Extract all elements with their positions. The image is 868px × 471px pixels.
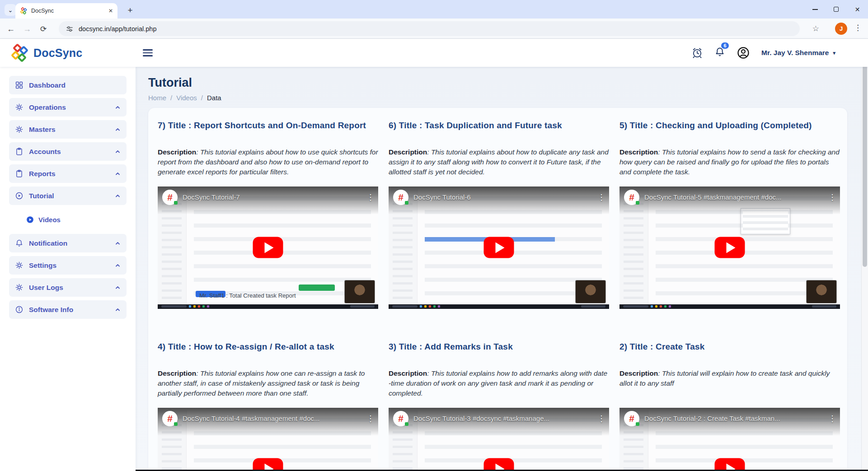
page-title: Tutorial bbox=[148, 76, 854, 90]
close-button[interactable]: ✕ bbox=[847, 0, 868, 19]
sidebar-item-masters[interactable]: Masters bbox=[9, 120, 127, 139]
youtube-player[interactable]: #DocSync Tutorial-4 #taskmanagement #doc… bbox=[158, 408, 378, 471]
webcam-overlay bbox=[576, 280, 605, 303]
gear-icon bbox=[15, 261, 23, 270]
youtube-player[interactable]: #DocSync Tutorial-2 : Create Task #taskm… bbox=[619, 408, 840, 471]
player-video-title[interactable]: DocSync Tutorial-7 bbox=[183, 193, 240, 201]
breadcrumb-videos-link[interactable]: Videos bbox=[176, 94, 197, 102]
player-more-button[interactable]: ⋮ bbox=[597, 414, 605, 424]
tab-search-button[interactable]: ⌄ bbox=[5, 4, 16, 16]
chevron-up-icon bbox=[115, 104, 121, 110]
gear-icon bbox=[15, 125, 23, 134]
maximize-button[interactable] bbox=[826, 0, 847, 19]
description-label: Description bbox=[158, 148, 196, 156]
user-avatar-icon[interactable] bbox=[737, 46, 750, 60]
sidebar-item-user-logs[interactable]: User Logs bbox=[9, 278, 127, 297]
back-button[interactable]: ← bbox=[5, 23, 17, 35]
player-video-title[interactable]: DocSync Tutorial-6 bbox=[413, 193, 471, 201]
page-scrollbar[interactable] bbox=[861, 39, 868, 471]
video-taskbar bbox=[158, 304, 378, 309]
youtube-play-button[interactable] bbox=[484, 458, 514, 471]
plus-icon: + bbox=[127, 5, 132, 15]
breadcrumb-home-link[interactable]: Home bbox=[148, 94, 166, 102]
browser-tab-docsync[interactable]: DocSync ✕ bbox=[15, 3, 117, 19]
player-more-button[interactable]: ⋮ bbox=[828, 414, 836, 424]
channel-avatar[interactable]: # bbox=[624, 411, 639, 426]
youtube-play-button[interactable] bbox=[253, 458, 283, 471]
sidebar-item-label: Notification bbox=[29, 239, 67, 247]
minimize-button[interactable] bbox=[804, 0, 826, 19]
browser-profile-avatar[interactable]: J bbox=[835, 23, 847, 35]
hamburger-icon bbox=[143, 49, 153, 51]
video-description: Description: This tutorial explains abou… bbox=[158, 147, 378, 178]
channel-avatar[interactable]: # bbox=[393, 411, 408, 426]
channel-avatar[interactable]: # bbox=[162, 411, 178, 426]
sidebar-item-notification[interactable]: Notification bbox=[9, 234, 127, 252]
alarm-clock-icon[interactable] bbox=[691, 47, 703, 59]
video-title: 4) Title : How to Re-assign / Re-allot a… bbox=[158, 341, 378, 352]
video-description: Description: This tutorial will explain … bbox=[619, 368, 840, 399]
star-icon: ☆ bbox=[812, 24, 819, 33]
player-video-title[interactable]: DocSync Tutorial-2 : Create Task #taskma… bbox=[644, 415, 780, 422]
youtube-player[interactable]: Mr. Staff1 : Total Created task Report#D… bbox=[158, 187, 378, 309]
sidebar-item-reports[interactable]: Reports bbox=[9, 164, 127, 183]
video-title: 3) Title : Add Remarks in Task bbox=[389, 341, 609, 352]
youtube-play-button[interactable] bbox=[484, 237, 514, 258]
video-card: 4) Title : How to Re-assign / Re-allot a… bbox=[158, 341, 378, 471]
hash-icon: # bbox=[167, 192, 173, 203]
player-video-title[interactable]: DocSync Tutorial-4 #taskmanagement #doc.… bbox=[183, 415, 320, 422]
video-card: 3) Title : Add Remarks in TaskDescriptio… bbox=[389, 341, 609, 471]
sidebar-item-label: Software Info bbox=[29, 306, 73, 314]
sidebar-item-software-info[interactable]: Software Info bbox=[9, 300, 127, 319]
play-icon bbox=[495, 242, 504, 253]
player-more-button[interactable]: ⋮ bbox=[366, 414, 375, 424]
player-video-title[interactable]: DocSync Tutorial-3 #docsync #taskmanage.… bbox=[413, 415, 549, 422]
sidebar-item-dashboard[interactable]: Dashboard bbox=[9, 76, 127, 94]
description-label: Description bbox=[619, 369, 658, 377]
browser-menu-button[interactable]: ⋮ bbox=[854, 23, 862, 33]
channel-avatar[interactable]: # bbox=[393, 190, 408, 205]
youtube-player[interactable]: #DocSync Tutorial-6⋮ bbox=[389, 187, 609, 309]
webcam-overlay bbox=[807, 280, 836, 303]
video-taskbar bbox=[389, 304, 609, 309]
address-bar[interactable]: docsync.in/app/tutorial.php bbox=[59, 21, 800, 36]
bookmark-star-button[interactable]: ☆ bbox=[812, 24, 819, 33]
video-grid: 7) Title : Report Shortcuts and On-Deman… bbox=[158, 120, 838, 471]
youtube-play-button[interactable] bbox=[253, 237, 283, 258]
chevron-up-icon bbox=[115, 193, 121, 199]
notifications-button[interactable]: 6 bbox=[714, 47, 725, 59]
channel-avatar[interactable]: # bbox=[162, 190, 178, 205]
sidebar-item-label: Masters bbox=[29, 126, 56, 134]
player-more-button[interactable]: ⋮ bbox=[597, 192, 605, 202]
breadcrumb-separator: / bbox=[170, 94, 172, 102]
youtube-play-button[interactable] bbox=[715, 458, 745, 471]
reload-button[interactable]: ⟳ bbox=[37, 23, 50, 35]
youtube-player[interactable]: #DocSync Tutorial-3 #docsync #taskmanage… bbox=[389, 408, 609, 471]
youtube-play-button[interactable] bbox=[715, 237, 745, 258]
scrollbar-thumb[interactable] bbox=[863, 54, 867, 267]
sidebar-item-label: Accounts bbox=[29, 148, 61, 156]
player-video-title[interactable]: DocSync Tutorial-5 #taskmanagement #doc.… bbox=[644, 193, 782, 201]
user-menu[interactable]: Mr. Jay V. Shenmare ▾ bbox=[761, 49, 835, 57]
brand-logo[interactable]: DocSync bbox=[0, 44, 136, 62]
player-more-button[interactable]: ⋮ bbox=[366, 192, 375, 202]
sidebar-item-label: Settings bbox=[29, 261, 56, 270]
sidebar-item-operations[interactable]: Operations bbox=[9, 98, 127, 117]
sidebar-item-tutorial[interactable]: Tutorial bbox=[9, 187, 127, 205]
channel-avatar[interactable]: # bbox=[624, 190, 639, 205]
chevron-up-icon bbox=[115, 126, 121, 132]
sidebar-subitem-videos[interactable]: Videos bbox=[9, 209, 127, 230]
tab-close-icon[interactable]: ✕ bbox=[108, 8, 113, 14]
forward-button[interactable]: → bbox=[21, 23, 33, 35]
sidebar-toggle-button[interactable] bbox=[143, 49, 153, 56]
youtube-player[interactable]: #DocSync Tutorial-5 #taskmanagement #doc… bbox=[619, 187, 840, 309]
clipboard-icon bbox=[15, 169, 23, 178]
new-tab-button[interactable]: + bbox=[124, 5, 136, 16]
site-settings-icon[interactable] bbox=[66, 25, 73, 33]
tab-title: DocSync bbox=[31, 8, 104, 14]
window-controls: ✕ bbox=[804, 0, 868, 19]
player-more-button[interactable]: ⋮ bbox=[828, 192, 836, 202]
sidebar-item-settings[interactable]: Settings bbox=[9, 256, 127, 275]
sidebar-item-accounts[interactable]: Accounts bbox=[9, 142, 127, 161]
hash-icon: # bbox=[629, 413, 634, 424]
